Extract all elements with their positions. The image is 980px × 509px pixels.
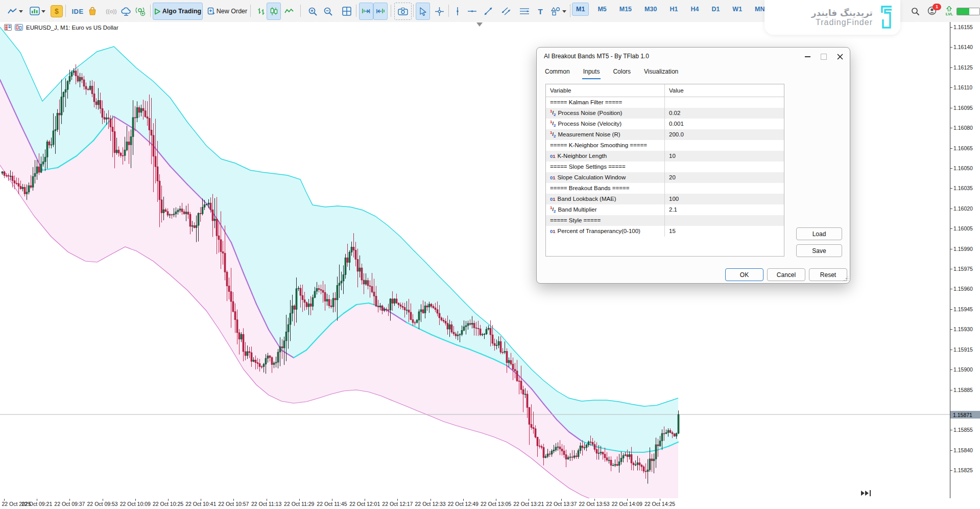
timeframe-button-m30[interactable]: M30 bbox=[640, 3, 661, 16]
zoom-out-button[interactable] bbox=[320, 3, 336, 20]
horizontal-line-tool-button[interactable] bbox=[464, 3, 480, 20]
section-row[interactable]: ===== K-Neighbor Smoothing ===== bbox=[546, 140, 784, 151]
currency-button[interactable]: $ bbox=[49, 3, 64, 20]
price-tick bbox=[950, 128, 952, 128]
cancel-button[interactable]: Cancel bbox=[767, 268, 805, 281]
variable-cell: ===== Kalman Filter ===== bbox=[546, 97, 665, 108]
parameter-row[interactable]: 1/2Process Noise (Velocity)0.001 bbox=[546, 119, 784, 129]
timeframe-button-h1[interactable]: H1 bbox=[665, 3, 682, 16]
line-chart-icon bbox=[8, 7, 17, 15]
vertical-line-tool-button[interactable] bbox=[451, 3, 464, 20]
timeframe-button-m1[interactable]: M1 bbox=[572, 3, 589, 16]
indicators-button[interactable] bbox=[27, 3, 48, 20]
value-cell[interactable] bbox=[665, 161, 784, 172]
level-button[interactable]: LVL bbox=[942, 3, 957, 20]
timeframe-button-m5[interactable]: M5 bbox=[593, 3, 610, 16]
resize-grip[interactable] bbox=[843, 276, 848, 282]
time-tick-label: 22 Oct 13:53 bbox=[579, 501, 610, 507]
value-cell[interactable] bbox=[665, 97, 784, 108]
reset-button[interactable]: Reset bbox=[809, 268, 847, 281]
line-chart-mode-button[interactable] bbox=[281, 3, 297, 20]
price-tick bbox=[950, 309, 952, 310]
parameter-row[interactable]: 1/2Process Noise (Position)0.02 bbox=[546, 108, 784, 119]
load-button[interactable]: Load bbox=[796, 227, 842, 240]
tab-visualization[interactable]: Visualization bbox=[643, 66, 679, 79]
value-cell[interactable] bbox=[665, 183, 784, 194]
variable-cell: Variable bbox=[546, 84, 665, 97]
play-icon bbox=[154, 8, 161, 15]
parameter-row[interactable]: 1/2Band Multiplier2.1 bbox=[546, 204, 784, 215]
auto-scroll-button[interactable] bbox=[359, 3, 373, 20]
section-row[interactable]: ===== Kalman Filter ===== bbox=[546, 97, 784, 108]
ok-button[interactable]: OK bbox=[725, 268, 763, 281]
chevron-down-icon bbox=[562, 10, 566, 13]
timeframe-button-w1[interactable]: W1 bbox=[728, 3, 746, 16]
price-tick bbox=[950, 188, 952, 189]
timeframe-button-h4[interactable]: H4 bbox=[686, 3, 703, 16]
trendline-tool-button[interactable] bbox=[481, 3, 496, 20]
notifications-button[interactable]: 1 bbox=[924, 3, 940, 20]
value-cell[interactable]: 10 bbox=[665, 151, 784, 161]
value-cell[interactable]: 15 bbox=[665, 226, 784, 237]
value-cell[interactable]: Value bbox=[665, 84, 784, 97]
parameter-row[interactable]: 01Slope Calculation Window20 bbox=[546, 172, 784, 183]
algo-trading-button[interactable]: Algo Trading bbox=[153, 3, 203, 20]
parameter-row[interactable]: 01Band Lookback (MAE)100 bbox=[546, 194, 784, 204]
search-button[interactable] bbox=[908, 3, 922, 20]
fibonacci-tool-button[interactable] bbox=[516, 3, 533, 20]
section-row[interactable]: ===== Breakout Bands ===== bbox=[546, 183, 784, 194]
shapes-tool-button[interactable] bbox=[548, 3, 568, 20]
maximize-button[interactable] bbox=[818, 52, 829, 62]
tile-windows-button[interactable] bbox=[339, 3, 355, 20]
parameter-row[interactable]: 01K-Neighbor Length10 bbox=[546, 151, 784, 161]
value-cell[interactable]: 100 bbox=[665, 194, 784, 204]
table-header-row[interactable]: VariableValue bbox=[546, 84, 784, 97]
value-cell[interactable]: 2.1 bbox=[665, 204, 784, 215]
new-order-button[interactable]: New Order bbox=[205, 3, 250, 20]
minimize-button[interactable] bbox=[802, 52, 813, 62]
tradingfinder-watermark: تریدینگ فایندر TradingFinder bbox=[764, 0, 900, 35]
section-row[interactable]: ===== Style ===== bbox=[546, 215, 784, 226]
value-cell[interactable] bbox=[665, 140, 784, 151]
tab-colors[interactable]: Colors bbox=[612, 66, 632, 79]
tab-inputs[interactable]: Inputs bbox=[582, 66, 601, 79]
broadcast-button[interactable] bbox=[132, 3, 149, 20]
section-row[interactable]: ===== Slope Settings ===== bbox=[546, 161, 784, 172]
zoom-in-button[interactable] bbox=[304, 3, 321, 20]
parameter-row[interactable]: 01Percent of Transperancy(0-100)15 bbox=[546, 226, 784, 237]
double-type-icon: 1/2 bbox=[550, 129, 556, 140]
zoom-in-icon bbox=[308, 7, 318, 16]
value-cell[interactable]: 200.0 bbox=[665, 129, 784, 140]
market-button[interactable] bbox=[85, 3, 100, 20]
time-tick-label: 22 Oct 13:05 bbox=[481, 501, 511, 507]
chart-shift-button[interactable] bbox=[373, 3, 388, 20]
timeframe-button-d1[interactable]: D1 bbox=[707, 3, 724, 16]
price-tick-label: 1.15930 bbox=[953, 326, 973, 332]
crosshair-tool-button[interactable] bbox=[432, 3, 447, 20]
chart-type-button[interactable] bbox=[5, 3, 26, 20]
account-progress[interactable] bbox=[956, 3, 980, 20]
timeframe-button-m15[interactable]: M15 bbox=[615, 3, 636, 16]
double-type-icon: 1/2 bbox=[550, 204, 556, 215]
close-button[interactable] bbox=[834, 52, 846, 62]
integer-type-icon: 01 bbox=[550, 172, 556, 183]
value-cell[interactable]: 0.02 bbox=[665, 108, 784, 119]
parameters-table[interactable]: VariableValue===== Kalman Filter =====1/… bbox=[545, 84, 784, 257]
time-tick-label: 22 Oct 11:45 bbox=[317, 501, 347, 507]
price-tick-label: 1.15990 bbox=[953, 246, 973, 252]
price-axis[interactable]: 1.161551.161401.161251.161101.160951.160… bbox=[950, 22, 980, 498]
time-tick-label: 22 Oct 11:29 bbox=[284, 501, 314, 507]
screenshot-button[interactable] bbox=[394, 3, 412, 20]
time-axis[interactable]: 22 Oct 202522 Oct 09:2122 Oct 09:3722 Oc… bbox=[0, 499, 980, 509]
tab-common[interactable]: Common bbox=[544, 66, 571, 79]
cursor-tool-button[interactable] bbox=[416, 3, 430, 20]
parameter-row[interactable]: 1/2Measurement Noise (R)200.0 bbox=[546, 129, 784, 140]
value-cell[interactable]: 0.001 bbox=[665, 119, 784, 129]
candlestick-mode-button[interactable] bbox=[267, 3, 281, 20]
indicator-settings-dialog[interactable]: AI Breakout Bands MT5 - By TFlab 1.0 Com… bbox=[536, 47, 850, 284]
save-button[interactable]: Save bbox=[796, 244, 842, 257]
value-cell[interactable] bbox=[665, 215, 784, 226]
channel-tool-button[interactable] bbox=[498, 3, 514, 20]
value-cell[interactable]: 20 bbox=[665, 172, 784, 183]
text-tool-button[interactable]: T bbox=[534, 3, 547, 20]
